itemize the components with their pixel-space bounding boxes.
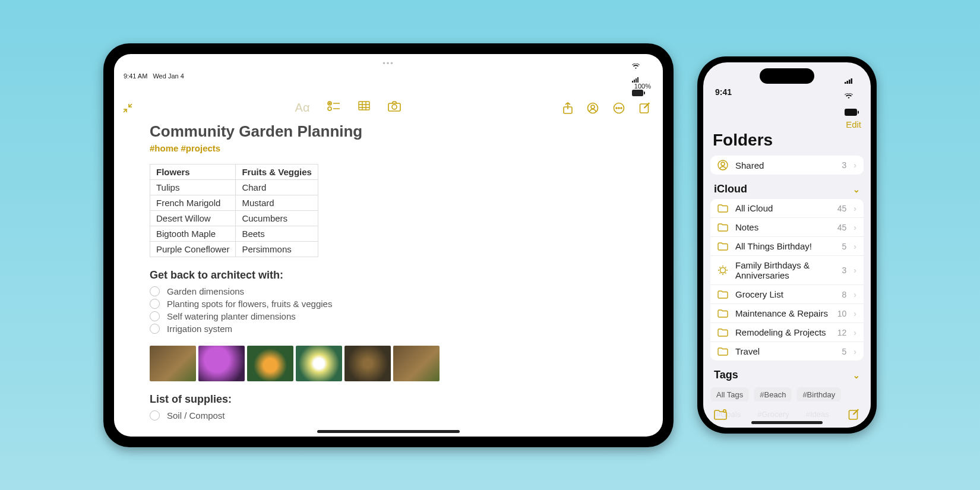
table-cell[interactable]: Tulips [150,179,236,195]
chevron-right-icon: › [853,347,856,356]
svg-rect-1 [634,80,635,83]
chevron-right-icon: › [853,309,856,318]
table-cell[interactable]: Bigtooth Maple [150,226,236,241]
collaborate-icon[interactable] [587,102,599,114]
svg-rect-27 [847,81,849,84]
folder-label: Maintenance & Repairs [735,308,830,318]
compose-icon[interactable] [639,102,651,114]
section-icloud[interactable]: iCloud ⌄ [703,183,871,195]
table-cell[interactable]: Desert Willow [150,210,236,226]
architect-checklist: Garden dimensions Planting spots for flo… [150,286,627,334]
folder-label: Notes [735,222,830,232]
note-tags[interactable]: #home #projects [150,143,627,153]
checklist-item[interactable]: Soil / Compost [150,410,627,421]
home-indicator[interactable] [751,421,823,424]
folder-count: 45 [837,223,847,232]
image-thumb[interactable] [247,346,293,381]
folder-row[interactable]: Grocery List8› [710,285,864,304]
svg-point-34 [720,268,726,273]
table-cell[interactable]: Chard [236,179,318,195]
tag-chip[interactable]: #Beach [754,387,792,402]
folder-row[interactable]: Travel5› [710,342,864,361]
image-thumbnails [150,346,627,381]
folder-icon [717,290,728,299]
page-title: Folders [703,129,871,156]
checklist-item[interactable]: Garden dimensions [150,286,627,296]
folder-label: All Things Birthday! [735,241,835,251]
supplies-checklist: Soil / Compost [150,410,627,421]
image-thumb[interactable] [198,346,245,381]
folder-row[interactable]: All Things Birthday!5› [710,237,864,256]
image-thumb[interactable] [296,346,342,381]
checklist-item[interactable]: Irrigation system [150,324,627,334]
tag-chip[interactable]: All Tags [710,387,749,402]
svg-rect-2 [636,78,637,83]
table-cell[interactable]: Persimmons [236,241,318,257]
edit-button[interactable]: Edit [703,116,871,129]
checklist-item[interactable]: Self watering planter dimensions [150,311,627,321]
home-indicator[interactable] [317,430,460,433]
chevron-right-icon: › [853,328,856,337]
table-cell[interactable]: Mustard [236,195,318,210]
chevron-right-icon: › [853,242,856,251]
folder-count: 3 [842,265,847,275]
checklist-label: Soil / Compost [167,410,225,421]
battery-pct: 100% [634,83,651,90]
checklist-icon[interactable] [327,101,340,115]
iphone-screen: 9:41 Edit Folders Shared 3 › iCloud ⌄ Al… [703,62,871,428]
iphone-time: 9:41 [715,87,732,97]
multitask-dots-icon[interactable]: ••• [382,59,394,68]
note-title[interactable]: Community Garden Planning [150,122,627,141]
folder-count: 5 [842,242,847,251]
table-header[interactable]: Fruits & Veggies [236,164,318,179]
ipad-screen: 9:41 AM Wed Jan 4 100% ••• Aα [114,54,663,437]
checklist-item[interactable]: Planting spots for flowers, fruits & veg… [150,299,627,309]
checkbox-icon[interactable] [150,286,160,296]
architect-heading[interactable]: Get back to architect with: [150,269,627,282]
format-icon[interactable]: Aα [295,101,310,115]
checkbox-icon[interactable] [150,324,160,334]
compose-icon[interactable] [848,409,860,421]
folder-count: 5 [842,347,847,356]
share-icon[interactable] [563,102,573,114]
folder-count: 8 [842,290,847,299]
section-tags[interactable]: Tags ⌄ [703,369,871,381]
folder-row[interactable]: Family Birthdays & Anniversaries3› [710,256,864,285]
checkbox-icon[interactable] [150,299,160,309]
svg-rect-31 [858,111,859,114]
more-icon[interactable] [613,102,625,114]
image-thumb[interactable] [150,346,196,381]
image-thumb[interactable] [393,346,440,381]
folder-row[interactable]: All iCloud45› [710,199,864,218]
svg-rect-4 [632,90,643,96]
folder-row-shared[interactable]: Shared 3 › [710,156,864,175]
svg-rect-29 [851,78,853,84]
chevron-right-icon: › [853,223,856,232]
table-cell[interactable]: Beets [236,226,318,241]
folder-row[interactable]: Maintenance & Repairs10› [710,304,864,323]
checkbox-icon[interactable] [150,410,160,421]
note-table[interactable]: Flowers Fruits & Veggies TulipsChard Fre… [150,164,318,257]
camera-icon[interactable] [388,101,401,115]
fullscreen-collapse-icon[interactable] [122,103,133,113]
table-cell[interactable]: Purple Coneflower [150,241,236,257]
folder-count: 12 [837,328,847,337]
folder-row[interactable]: Notes45› [710,218,864,237]
svg-rect-0 [632,81,633,83]
svg-rect-3 [637,77,638,83]
image-thumb[interactable] [344,346,391,381]
table-cell[interactable]: Cucumbers [236,210,318,226]
folder-row[interactable]: Remodeling & Projects12› [710,323,864,342]
note-body[interactable]: Community Garden Planning #home #project… [114,120,663,421]
shared-icon [717,160,728,170]
checkbox-icon[interactable] [150,311,160,321]
table-icon[interactable] [358,101,370,115]
table-cell[interactable]: French Marigold [150,195,236,210]
svg-point-7 [328,107,331,110]
new-folder-icon[interactable] [714,409,727,420]
tag-chip[interactable]: #Birthday [796,387,841,402]
iphone-device: 9:41 Edit Folders Shared 3 › iCloud ⌄ Al… [697,56,877,434]
svg-rect-5 [644,91,645,94]
supplies-heading[interactable]: List of supplies: [150,393,627,406]
table-header[interactable]: Flowers [150,164,236,179]
